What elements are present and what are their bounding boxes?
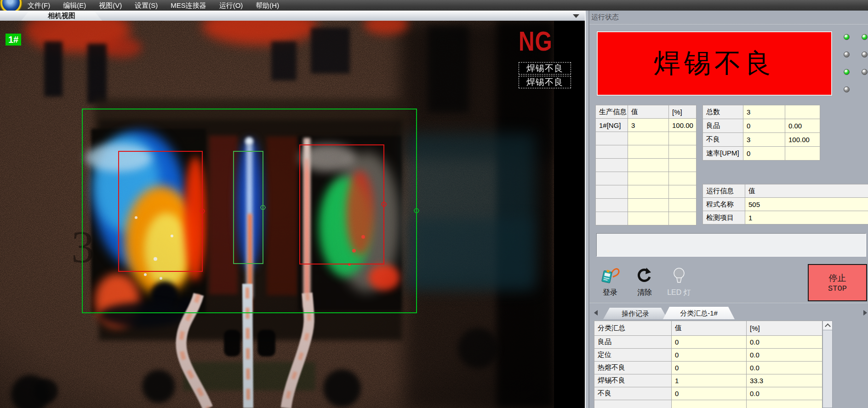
table-cell: 505 [745,198,868,211]
table-cell: 0.0 [747,336,822,349]
chevron-up-icon [825,323,831,329]
result-ng-label: NG [519,28,553,55]
menu-item[interactable]: 编辑(E) [57,0,92,11]
status-led-on [844,69,850,75]
table-cell [747,400,822,408]
menu-item[interactable]: 运行(O) [213,0,250,11]
table-cell: 热熔不良 [594,362,672,374]
table-cell [628,185,669,199]
led-column-2 [862,34,868,86]
alert-text: 焊锡不良 [654,46,775,81]
stop-button[interactable]: 停止 STOP [808,264,867,301]
table-cell: 检测项目 [703,211,745,224]
led-light-label: LED 灯 [665,288,693,298]
table-cell: 0.0 [747,387,822,400]
table-cell [628,145,669,159]
clear-button[interactable]: 清除 [631,267,658,298]
column-header: 值 [745,184,868,198]
table-cell: 不良 [594,387,672,400]
column-header: 值 [672,321,747,336]
table-cell: 0 [672,387,747,400]
table-cell: 0.0 [747,362,822,374]
table-cell: 0 [672,362,747,374]
login-label: 登录 [596,288,624,298]
column-header: [%] [747,321,822,336]
table-cell [596,159,628,172]
table-cell [669,199,697,212]
table-cell: 1 [745,211,868,224]
table-cell: 总数 [703,105,743,119]
table-cell: 良品 [703,119,743,133]
led-column-1 [844,34,850,104]
light-bulb-icon [670,267,688,284]
message-box[interactable] [596,233,866,257]
table-cell [785,147,820,161]
totals-table: 总数3良品00.00不良3100.00速率[UPM]0 [702,105,820,161]
table-cell [669,172,697,185]
tab-camera-view[interactable]: 相机视图 [21,11,102,21]
table-cell [669,159,697,172]
table-cell [628,132,669,145]
station-badge: 1# [6,34,21,46]
run-status-title: 运行状态 [591,13,619,22]
table-scrollbar[interactable] [822,321,833,408]
table-cell [669,132,697,145]
chevron-down-icon[interactable] [573,14,579,18]
camera-tab-bar: 相机视图 [0,11,585,21]
table-cell: 速率[UPM] [703,147,743,161]
table-cell: 3 [628,119,669,132]
table-cell [596,132,628,145]
menu-item[interactable]: 视图(V) [92,0,128,11]
table-cell [669,212,697,225]
table-cell [596,212,628,225]
column-header: 分类汇总 [594,321,672,336]
table-cell: 不良 [703,133,743,147]
table-cell: 33.3 [747,374,822,387]
column-header: 生产信息 [596,105,628,119]
scroll-up-button[interactable] [823,321,832,330]
table-cell [672,400,747,408]
menu-item[interactable]: MES连接器 [164,0,213,11]
column-header: 运行信息 [703,184,745,198]
table-cell: 0.00 [785,119,820,133]
panel-splitter[interactable] [585,11,589,408]
stop-label-cn: 停止 [829,272,846,284]
led-light-button[interactable]: LED 灯 [665,267,693,298]
table-cell [596,185,628,199]
tab-scroll-left-icon[interactable] [594,310,598,316]
defect-label: 焊锡不良 [519,62,571,75]
table-cell [628,199,669,212]
table-cell [594,400,672,408]
column-header: [%] [669,105,697,119]
table-cell: 0 [672,349,747,362]
status-led-on [844,34,850,40]
table-cell: 0.0 [747,349,822,362]
status-led-off [844,86,850,92]
table-cell [596,199,628,212]
table-cell: 0 [743,147,785,161]
table-cell [628,172,669,185]
tab-operation-log[interactable]: 操作记录 [603,308,668,319]
table-cell: 3 [743,105,785,119]
classification-summary-table: 分类汇总值[%]良品00.0定位00.0热熔不良00.0焊锡不良133.3不良0… [594,321,822,408]
status-led-on [862,34,868,40]
menu-bar: 文件(F)编辑(E)视图(V)设置(S)MES连接器运行(O)帮助(H) [0,0,868,11]
tab-scroll-right-icon[interactable] [863,310,867,316]
menu-item[interactable]: 设置(S) [128,0,164,11]
table-cell [785,105,820,119]
table-cell [628,159,669,172]
table-cell: 1 [672,374,747,387]
production-info-table: 生产信息值[%]1#[NG]3100.00 [595,105,697,225]
tab-classification-summary[interactable]: 分类汇总-1# [663,307,735,319]
menu-item[interactable]: 文件(F) [21,0,57,11]
menu-item[interactable]: 帮助(H) [249,0,286,11]
table-cell: 1#[NG] [596,119,628,132]
divider [589,302,868,303]
login-button[interactable]: 登录 [596,267,624,298]
table-cell: 3 [743,133,785,147]
defect-label: 焊锡不良 [519,76,571,88]
status-led-off [862,52,868,57]
table-cell: 100.00 [785,133,820,147]
clear-label: 清除 [631,288,658,298]
table-cell: 0 [743,119,785,133]
